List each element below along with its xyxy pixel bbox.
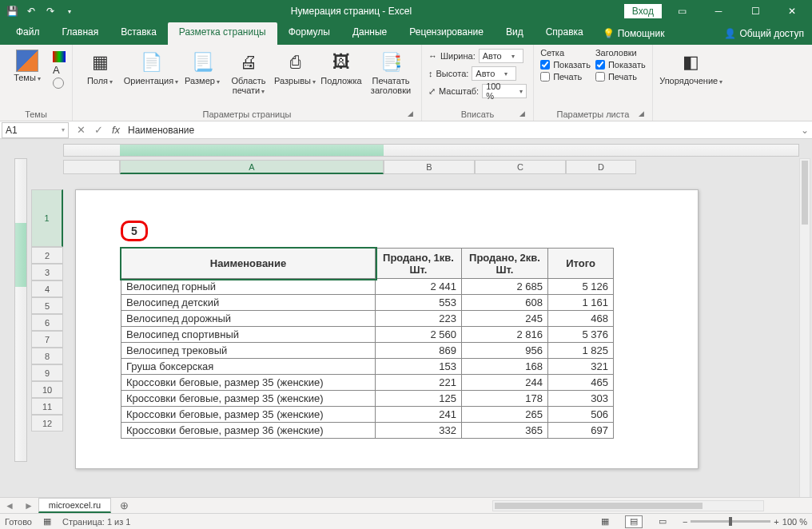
table-cell[interactable]: 125 <box>376 391 462 407</box>
table-cell[interactable]: 244 <box>462 375 548 391</box>
formula-input[interactable]: Наименование <box>125 125 798 136</box>
row-header[interactable]: 3 <box>31 264 63 280</box>
height-combo[interactable]: Авто <box>472 66 516 81</box>
row-header[interactable]: 9 <box>31 364 63 381</box>
table-cell[interactable]: 468 <box>548 311 614 327</box>
dialog-launcher-icon[interactable]: ◢ <box>408 109 413 117</box>
printtitles-button[interactable]: 📑Печатать заголовки <box>367 48 415 95</box>
tab-view[interactable]: Вид <box>495 22 535 45</box>
row-header[interactable]: 7 <box>31 331 63 348</box>
table-cell[interactable]: Велосипед дорожный <box>121 311 376 327</box>
table-cell[interactable]: 2 816 <box>462 327 548 343</box>
arrange-button[interactable]: ◧Упорядочение <box>659 48 723 86</box>
add-sheet-icon[interactable]: ⊕ <box>116 499 132 511</box>
zoom-level[interactable]: 100 % <box>782 517 807 527</box>
table-cell[interactable]: Кроссовки беговые, размер 35 (женские) <box>121 391 376 407</box>
sheet-tab[interactable]: microexcel.ru <box>38 498 111 513</box>
table-cell[interactable]: 2 441 <box>376 279 462 295</box>
width-combo[interactable]: Авто <box>479 49 523 63</box>
signin-button[interactable]: Вход <box>624 4 662 18</box>
orientation-button[interactable]: 📄Ориентация <box>125 48 177 86</box>
sheet-nav-prev-icon[interactable]: ◄ <box>0 500 19 511</box>
table-cell[interactable]: Велосипед детский <box>121 295 376 311</box>
qat-customize-icon[interactable]: ▾ <box>61 2 78 20</box>
table-cell[interactable]: 869 <box>376 343 462 359</box>
table-cell[interactable]: 465 <box>548 375 614 391</box>
table-row[interactable]: Велосипед дорожный223245468 <box>121 311 614 327</box>
effects-icon[interactable] <box>53 78 64 89</box>
table-cell[interactable]: 303 <box>548 391 614 407</box>
table-row[interactable]: Велосипед детский5536081 161 <box>121 295 614 311</box>
breaks-button[interactable]: ⎙Разрывы <box>274 48 316 86</box>
table-row[interactable]: Велосипед спортивный2 5602 8165 376 <box>121 327 614 343</box>
ribbon-options-icon[interactable]: ▭ <box>665 2 699 21</box>
table-cell[interactable]: 332 <box>376 423 462 439</box>
fx-icon[interactable]: fx <box>107 124 125 136</box>
cancel-formula-icon[interactable]: ✕ <box>72 124 90 136</box>
headings-print-checkbox[interactable]: Печать <box>595 72 646 82</box>
select-all[interactable] <box>63 160 120 174</box>
zoom-out-icon[interactable]: − <box>683 517 687 527</box>
sheet-nav-next-icon[interactable]: ► <box>19 500 38 511</box>
vertical-scrollbar[interactable] <box>799 158 810 510</box>
col-header[interactable]: C <box>475 160 566 174</box>
zoom-in-icon[interactable]: + <box>774 517 778 527</box>
undo-icon[interactable]: ↶ <box>22 2 40 20</box>
table-cell[interactable]: Велосипед трековый <box>121 343 376 359</box>
table-cell[interactable]: 2 685 <box>462 279 548 295</box>
tab-insert[interactable]: Вставка <box>109 22 168 45</box>
page-number[interactable]: 5 <box>121 221 148 241</box>
table-row[interactable]: Кроссовки беговые, размер 35 (женские)22… <box>121 375 614 391</box>
background-button[interactable]: 🖼Подложка <box>320 48 362 86</box>
table-cell[interactable]: 5 126 <box>548 279 614 295</box>
table-cell[interactable]: 321 <box>548 359 614 375</box>
maximize-icon[interactable]: ☐ <box>738 2 772 21</box>
horizontal-scrollbar[interactable] <box>492 500 764 511</box>
colors-icon[interactable] <box>53 51 66 62</box>
share-button[interactable]: 👤Общий доступ <box>716 22 812 45</box>
row-header[interactable]: 4 <box>31 280 63 297</box>
table-cell[interactable]: 265 <box>462 407 548 423</box>
page-preview[interactable]: 5 Наименование Продано, 1кв. Шт. Продано… <box>75 189 699 469</box>
dialog-launcher-icon[interactable]: ◢ <box>519 109 525 117</box>
table-row[interactable]: Кроссовки беговые, размер 35 (женские)12… <box>121 391 614 407</box>
horizontal-ruler[interactable] <box>63 144 799 157</box>
view-pagelayout-icon[interactable]: ▤ <box>625 515 643 528</box>
table-header[interactable]: Продано, 2кв. Шт. <box>462 249 548 279</box>
gridlines-print-checkbox[interactable]: Печать <box>540 72 591 82</box>
tab-data[interactable]: Данные <box>341 22 398 45</box>
row-header[interactable]: 5 <box>31 297 63 314</box>
col-header[interactable]: A <box>120 160 384 174</box>
table-cell[interactable]: 1 161 <box>548 295 614 311</box>
vertical-ruler[interactable] <box>14 158 27 462</box>
data-table[interactable]: Наименование Продано, 1кв. Шт. Продано, … <box>121 248 614 439</box>
save-icon[interactable]: 💾 <box>3 2 21 20</box>
row-header[interactable]: 10 <box>31 381 63 398</box>
table-cell[interactable]: 697 <box>548 423 614 439</box>
themes-button[interactable]: Темы <box>6 48 48 82</box>
table-cell[interactable]: 608 <box>462 295 548 311</box>
printarea-button[interactable]: 🖨Область печати <box>228 48 269 95</box>
headings-show-checkbox[interactable]: Показать <box>595 60 646 70</box>
tab-formulas[interactable]: Формулы <box>277 22 341 45</box>
table-cell[interactable]: Груша боксерская <box>121 359 376 375</box>
table-cell[interactable]: 168 <box>462 359 548 375</box>
col-header[interactable]: D <box>566 160 636 174</box>
tab-review[interactable]: Рецензирование <box>398 22 495 45</box>
scale-combo[interactable]: 100 % <box>482 84 527 98</box>
table-cell[interactable]: 178 <box>462 391 548 407</box>
table-row[interactable]: Груша боксерская153168321 <box>121 359 614 375</box>
tab-home[interactable]: Главная <box>51 22 110 45</box>
table-cell[interactable]: 506 <box>548 407 614 423</box>
expand-formula-icon[interactable]: ⌄ <box>798 125 812 136</box>
view-normal-icon[interactable]: ▦ <box>596 515 614 528</box>
table-cell[interactable]: 553 <box>376 295 462 311</box>
redo-icon[interactable]: ↷ <box>42 2 59 20</box>
table-cell[interactable]: 245 <box>462 311 548 327</box>
col-header[interactable]: B <box>384 160 475 174</box>
table-header[interactable]: Наименование <box>121 249 376 279</box>
table-header[interactable]: Продано, 1кв. Шт. <box>376 249 462 279</box>
table-cell[interactable]: 5 376 <box>548 327 614 343</box>
tab-pagelayout[interactable]: Разметка страницы <box>168 22 277 45</box>
table-row[interactable]: Велосипед горный2 4412 6855 126 <box>121 279 614 295</box>
